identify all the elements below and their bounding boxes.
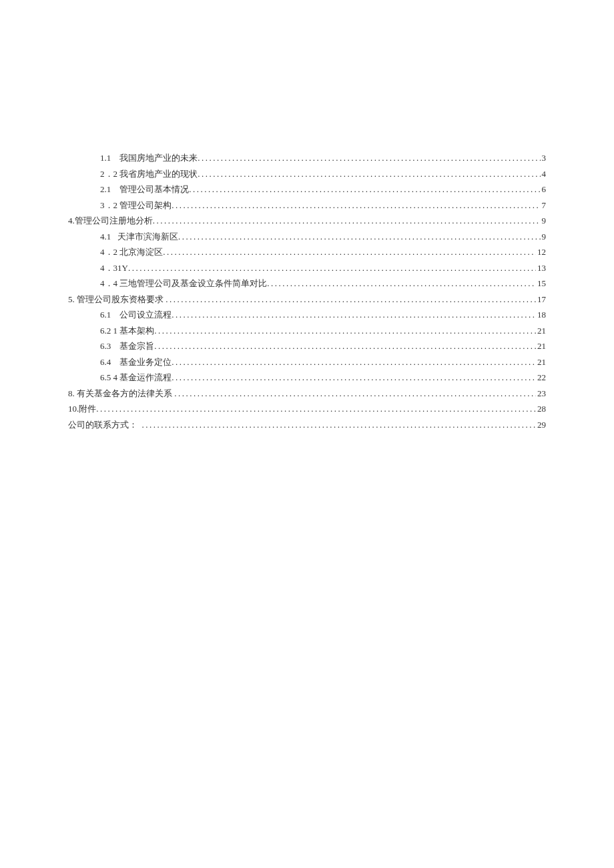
- toc-entry-page: 22: [536, 370, 546, 386]
- toc-entry-page: 18: [536, 307, 546, 323]
- toc-entry: 1.1 我国房地产业的未来 3: [68, 150, 546, 166]
- toc-entry-title: 31Y: [113, 260, 128, 276]
- toc-entry-num: 4．: [100, 260, 113, 276]
- toc-leader: [163, 244, 536, 260]
- toc-entry-page: 17: [536, 292, 546, 308]
- toc-entry-num: 2．: [100, 166, 113, 182]
- toc-entry-num: 10.: [68, 401, 79, 417]
- toc-entry-title: 管理公司股东资格要求: [75, 292, 166, 308]
- toc-entry-title: 2 北京海淀区: [113, 244, 164, 260]
- toc-entry-title: 4 三地管理公司及基金设立条件简单对比: [113, 276, 268, 292]
- toc-entry-num: 6.5: [100, 370, 111, 386]
- toc-entry: 6.5 4 基金运作流程 22: [68, 370, 546, 386]
- toc-entry-title: 公司的联系方式：: [68, 417, 142, 433]
- toc-entry-title: 基金宗旨: [111, 338, 154, 354]
- toc-entry: 10. 附件 28: [68, 401, 546, 417]
- toc-entry: 3． 2 管理公司架构 7: [68, 197, 546, 213]
- toc-leader: [172, 354, 536, 370]
- toc-leader: [172, 370, 536, 386]
- toc-entry-page: 23: [536, 386, 546, 402]
- toc-entry-title: 1 基本架构: [111, 323, 154, 339]
- toc-leader: [189, 181, 540, 197]
- toc-entry-num: 4.: [68, 213, 75, 229]
- toc-leader: [198, 150, 540, 166]
- toc-entry-page: 9: [541, 229, 547, 245]
- toc-entry-title: 2 管理公司架构: [113, 197, 172, 213]
- toc-entry-page: 3: [541, 150, 547, 166]
- toc-entry-num: 3．: [100, 197, 113, 213]
- toc-leader: [172, 307, 536, 323]
- toc-entry-page: 21: [536, 354, 546, 370]
- toc-entry: 6.1 公司设立流程 18: [68, 307, 546, 323]
- toc-entry: 公司的联系方式： 29: [68, 417, 546, 433]
- toc-entry-num: 6.2: [100, 323, 111, 339]
- toc-entry-page: 4: [541, 166, 547, 182]
- toc-entry: 4． 31Y 13: [68, 260, 546, 276]
- toc-leader: [198, 166, 540, 182]
- toc-entry-title: 管理公司基本情况: [111, 181, 189, 197]
- toc-entry: 4． 4 三地管理公司及基金设立条件简单对比 15: [68, 276, 546, 292]
- toc-entry-title: 天津市滨海新区: [111, 229, 178, 245]
- toc-entry: 4.1 天津市滨海新区 9: [68, 229, 546, 245]
- toc-entry-num: 4．: [100, 276, 113, 292]
- toc-entry-num: 4.1: [100, 229, 111, 245]
- toc-entry-page: 13: [536, 260, 546, 276]
- toc-leader: [166, 292, 536, 308]
- toc-entry-title: 有关基金各方的法律关系: [75, 386, 175, 402]
- toc-entry-title: 基金业务定位: [111, 354, 172, 370]
- toc-entry: 2.1 管理公司基本情况 6: [68, 181, 546, 197]
- toc-entry-num: 4．: [100, 244, 113, 260]
- toc-leader: [174, 386, 536, 402]
- toc-leader: [154, 338, 536, 354]
- toc-entry-title: 附件: [79, 401, 96, 417]
- toc-entry-num: 2.1: [100, 181, 111, 197]
- toc-leader: [172, 197, 540, 213]
- toc-entry-num: 1.1: [100, 150, 111, 166]
- toc-entry: 6.3 基金宗旨 21: [68, 338, 546, 354]
- toc-entry-title: 公司设立流程: [111, 307, 172, 323]
- toc-entry: 6.2 1 基本架构 21: [68, 323, 546, 339]
- toc-entry: 4． 2 北京海淀区 12: [68, 244, 546, 260]
- toc-entry-page: 7: [541, 197, 547, 213]
- toc-entry-page: 29: [536, 417, 546, 433]
- toc-entry-title: 2 我省房地产业的现状: [113, 166, 198, 182]
- toc-leader: [153, 213, 541, 229]
- toc-entry-num: 8.: [68, 386, 75, 402]
- toc-entry-title: 4 基金运作流程: [111, 370, 172, 386]
- toc-entry: 6.4 基金业务定位 21: [68, 354, 546, 370]
- toc-entry-title: 我国房地产业的未来: [111, 150, 198, 166]
- toc-leader: [154, 323, 536, 339]
- toc-entry-num: 5.: [68, 292, 75, 308]
- toc-entry-num: 6.1: [100, 307, 111, 323]
- toc-entry-page: 6: [541, 181, 547, 197]
- toc-entry-page: 21: [536, 338, 546, 354]
- toc-entry: 2． 2 我省房地产业的现状 4: [68, 166, 546, 182]
- toc-entry-title: 管理公司注册地分析: [75, 213, 153, 229]
- toc-leader: [128, 260, 536, 276]
- toc-leader: [96, 401, 536, 417]
- toc-container: 1.1 我国房地产业的未来 3 2． 2 我省房地产业的现状 4 2.1 管理公…: [68, 150, 546, 432]
- toc-entry-page: 12: [536, 244, 546, 260]
- toc-leader: [178, 229, 541, 245]
- toc-entry: 5. 管理公司股东资格要求 17: [68, 292, 546, 308]
- toc-entry: 8. 有关基金各方的法律关系 23: [68, 386, 546, 402]
- toc-entry: 4. 管理公司注册地分析 9: [68, 213, 546, 229]
- toc-entry-page: 21: [536, 323, 546, 339]
- toc-entry-page: 28: [536, 401, 546, 417]
- toc-entry-page: 15: [536, 276, 546, 292]
- toc-entry-num: 6.4: [100, 354, 111, 370]
- toc-entry-page: 9: [541, 213, 547, 229]
- toc-entry-num: 6.3: [100, 338, 111, 354]
- toc-leader: [142, 417, 537, 433]
- toc-leader: [267, 276, 536, 292]
